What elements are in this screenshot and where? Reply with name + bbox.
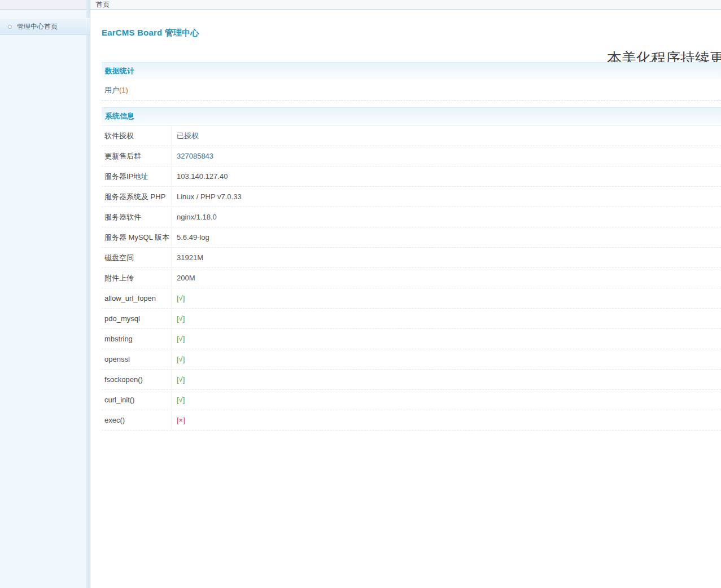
row-label: allow_url_fopen [102,288,172,308]
row-label: 软件授权 [102,126,172,146]
section-bar-system: 系统信息 [102,107,721,124]
row-value: [√] [172,288,185,308]
sidebar-divider [86,0,90,588]
row-label: 服务器软件 [102,207,172,227]
row-label: 附件上传 [102,268,172,288]
row-value: 5.6.49-log [172,227,209,247]
row-value: [√] [172,349,185,369]
table-row: 服务器系统及 PHPLinux / PHP v7.0.33 [102,187,721,207]
stat-row-users: 用户(1) [102,79,721,101]
row-value: [√] [172,329,185,349]
bullet-circle-icon [8,25,12,29]
sidebar-item-admin-home[interactable]: 管理中心首页 [0,18,90,35]
table-row: 更新售后群327085843 [102,146,721,166]
users-count: (1) [119,86,128,94]
table-row: exec()[×] [102,410,721,431]
tab-home[interactable]: 首页 [96,0,110,10]
row-label: fsockopen() [102,370,172,389]
row-value: 200M [172,268,195,288]
section-title-system: 系统信息 [102,108,721,125]
table-row: pdo_mysql[√] [102,309,721,329]
row-label: pdo_mysql [102,309,172,328]
row-value-link[interactable]: 327085843 [172,146,213,166]
sidebar: 管理中心首页 [0,0,90,588]
section-title-stats: 数据统计 [102,63,721,80]
row-value: nginx/1.18.0 [172,207,217,227]
row-value-link[interactable]: 已授权 [172,126,199,146]
row-label: mbstring [102,329,172,349]
row-label: openssl [102,349,172,369]
row-label: 服务器IP地址 [102,166,172,186]
page-title: EarCMS Board 管理中心 [102,28,199,38]
row-label: 服务器系统及 PHP [102,187,172,207]
row-value: [√] [172,309,185,328]
row-value: 103.140.127.40 [172,166,228,186]
table-row: 磁盘空间31921M [102,248,721,268]
system-info-table: 软件授权已授权更新售后群327085843服务器IP地址103.140.127.… [102,125,721,431]
table-row: 服务器 MySQL 版本5.6.49-log [102,227,721,248]
table-row: openssl[√] [102,349,721,370]
section-bar-stats: 数据统计 [102,62,721,79]
row-label: 服务器 MySQL 版本 [102,227,172,247]
table-row: 服务器软件nginx/1.18.0 [102,207,721,227]
main-content: EarCMS Board 管理中心 本美化程序持续更 数据统计 用户(1) 系统… [102,10,721,588]
tab-bar: 首页 [90,0,721,10]
row-value: [√] [172,370,185,389]
row-label: exec() [102,410,172,430]
sidebar-top-strip [0,0,90,10]
row-value: [×] [172,410,185,430]
table-row: 服务器IP地址103.140.127.40 [102,166,721,187]
table-row: 软件授权已授权 [102,126,721,146]
users-label: 用户 [104,86,119,94]
row-value: [√] [172,390,185,410]
sidebar-item-label: 管理中心首页 [17,22,58,32]
row-label: 更新售后群 [102,146,172,166]
row-value: 31921M [172,248,203,267]
table-row: curl_init()[√] [102,390,721,410]
row-label: 磁盘空间 [102,248,172,267]
row-label: curl_init() [102,390,172,410]
row-value: Linux / PHP v7.0.33 [172,187,242,207]
table-row: 附件上传200M [102,268,721,288]
table-row: mbstring[√] [102,329,721,349]
table-row: allow_url_fopen[√] [102,288,721,309]
table-row: fsockopen()[√] [102,370,721,390]
